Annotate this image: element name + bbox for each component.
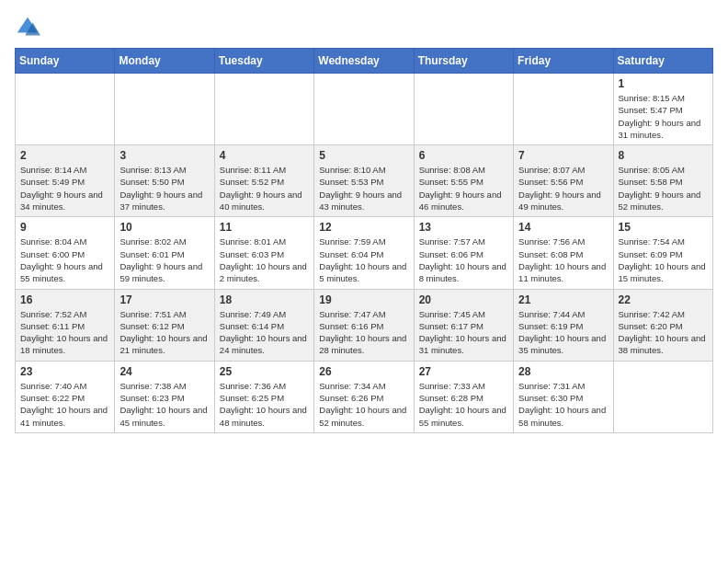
day-info: Sunrise: 7:42 AM Sunset: 6:20 PM Dayligh… [619,308,708,357]
day-number: 1 [619,77,708,90]
day-info: Sunrise: 7:56 AM Sunset: 6:08 PM Dayligh… [518,236,608,284]
logo-icon [15,15,40,40]
day-info: Sunrise: 7:45 AM Sunset: 6:17 PM Dayligh… [419,308,508,357]
day-number: 16 [20,293,109,306]
calendar-cell [314,74,414,145]
calendar-cell: 11Sunrise: 8:01 AM Sunset: 6:03 PM Dayli… [214,217,313,289]
day-number: 2 [20,149,109,162]
day-number: 13 [419,221,508,234]
calendar-cell: 10Sunrise: 8:02 AM Sunset: 6:01 PM Dayli… [115,217,214,289]
calendar-cell: 3Sunrise: 8:13 AM Sunset: 5:50 PM Daylig… [115,145,214,217]
calendar-cell [115,74,214,145]
day-number: 22 [619,293,708,306]
day-number: 24 [119,365,209,378]
day-number: 26 [319,365,408,378]
day-number: 28 [518,365,608,378]
day-info: Sunrise: 7:36 AM Sunset: 6:25 PM Dayligh… [220,380,309,429]
calendar-cell: 18Sunrise: 7:49 AM Sunset: 6:14 PM Dayli… [214,289,313,361]
calendar-cell: 20Sunrise: 7:45 AM Sunset: 6:17 PM Dayli… [414,289,513,361]
calendar-cell: 19Sunrise: 7:47 AM Sunset: 6:16 PM Dayli… [314,289,414,361]
day-number: 5 [319,149,408,162]
calendar-cell: 26Sunrise: 7:34 AM Sunset: 6:26 PM Dayli… [314,361,414,432]
day-number: 8 [619,149,708,162]
weekday-header-row: SundayMondayTuesdayWednesdayThursdayFrid… [16,49,713,74]
day-number: 21 [518,293,608,306]
calendar-cell [16,74,115,145]
week-row-3: 9Sunrise: 8:04 AM Sunset: 6:00 PM Daylig… [16,217,713,289]
weekday-header-wednesday: Wednesday [314,49,414,74]
calendar-cell: 2Sunrise: 8:14 AM Sunset: 5:49 PM Daylig… [16,145,115,217]
day-info: Sunrise: 8:13 AM Sunset: 5:50 PM Dayligh… [119,164,209,213]
weekday-header-saturday: Saturday [613,49,712,74]
week-row-2: 2Sunrise: 8:14 AM Sunset: 5:49 PM Daylig… [16,145,713,217]
calendar-cell [214,74,313,145]
calendar-cell: 15Sunrise: 7:54 AM Sunset: 6:09 PM Dayli… [613,217,712,289]
calendar-cell: 28Sunrise: 7:31 AM Sunset: 6:30 PM Dayli… [514,361,613,432]
week-row-5: 23Sunrise: 7:40 AM Sunset: 6:22 PM Dayli… [16,361,713,432]
day-number: 18 [220,293,309,306]
calendar-table: SundayMondayTuesdayWednesdayThursdayFrid… [15,48,713,433]
calendar-cell: 13Sunrise: 7:57 AM Sunset: 6:06 PM Dayli… [414,217,513,289]
calendar-cell: 7Sunrise: 8:07 AM Sunset: 5:56 PM Daylig… [514,145,613,217]
calendar-cell: 21Sunrise: 7:44 AM Sunset: 6:19 PM Dayli… [514,289,613,361]
calendar-cell: 8Sunrise: 8:05 AM Sunset: 5:58 PM Daylig… [613,145,712,217]
calendar-cell: 9Sunrise: 8:04 AM Sunset: 6:00 PM Daylig… [16,217,115,289]
week-row-1: 1Sunrise: 8:15 AM Sunset: 5:47 PM Daylig… [16,74,713,145]
day-number: 12 [319,221,408,234]
day-number: 3 [119,149,209,162]
day-number: 19 [319,293,408,306]
calendar-cell: 16Sunrise: 7:52 AM Sunset: 6:11 PM Dayli… [16,289,115,361]
weekday-header-thursday: Thursday [414,49,513,74]
day-number: 27 [419,365,508,378]
day-info: Sunrise: 7:31 AM Sunset: 6:30 PM Dayligh… [518,380,608,429]
day-number: 9 [20,221,109,234]
calendar-cell: 5Sunrise: 8:10 AM Sunset: 5:53 PM Daylig… [314,145,414,217]
day-number: 23 [20,365,109,378]
day-info: Sunrise: 7:54 AM Sunset: 6:09 PM Dayligh… [619,236,708,284]
day-number: 17 [119,293,209,306]
day-number: 11 [220,221,309,234]
day-number: 10 [119,221,209,234]
calendar-cell: 1Sunrise: 8:15 AM Sunset: 5:47 PM Daylig… [613,74,712,145]
calendar-cell: 22Sunrise: 7:42 AM Sunset: 6:20 PM Dayli… [613,289,712,361]
calendar-cell: 25Sunrise: 7:36 AM Sunset: 6:25 PM Dayli… [214,361,313,432]
weekday-header-tuesday: Tuesday [214,49,313,74]
day-info: Sunrise: 8:10 AM Sunset: 5:53 PM Dayligh… [319,164,408,213]
day-info: Sunrise: 7:44 AM Sunset: 6:19 PM Dayligh… [518,308,608,357]
calendar-cell: 4Sunrise: 8:11 AM Sunset: 5:52 PM Daylig… [214,145,313,217]
day-info: Sunrise: 8:01 AM Sunset: 6:03 PM Dayligh… [220,236,309,284]
calendar-cell [514,74,613,145]
day-info: Sunrise: 7:40 AM Sunset: 6:22 PM Dayligh… [20,380,109,429]
weekday-header-monday: Monday [115,49,214,74]
day-info: Sunrise: 8:14 AM Sunset: 5:49 PM Dayligh… [20,164,109,213]
weekday-header-sunday: Sunday [16,49,115,74]
day-info: Sunrise: 7:49 AM Sunset: 6:14 PM Dayligh… [220,308,309,357]
day-number: 7 [518,149,608,162]
calendar-cell: 17Sunrise: 7:51 AM Sunset: 6:12 PM Dayli… [115,289,214,361]
calendar-cell: 24Sunrise: 7:38 AM Sunset: 6:23 PM Dayli… [115,361,214,432]
day-number: 14 [518,221,608,234]
weekday-header-friday: Friday [514,49,613,74]
day-info: Sunrise: 7:52 AM Sunset: 6:11 PM Dayligh… [20,308,109,357]
day-number: 6 [419,149,508,162]
day-info: Sunrise: 8:02 AM Sunset: 6:01 PM Dayligh… [119,236,209,284]
day-number: 4 [220,149,309,162]
calendar-cell: 27Sunrise: 7:33 AM Sunset: 6:28 PM Dayli… [414,361,513,432]
day-info: Sunrise: 7:47 AM Sunset: 6:16 PM Dayligh… [319,308,408,357]
day-info: Sunrise: 7:33 AM Sunset: 6:28 PM Dayligh… [419,380,508,429]
calendar-cell: 14Sunrise: 7:56 AM Sunset: 6:08 PM Dayli… [514,217,613,289]
logo [15,15,44,40]
header [15,15,713,40]
day-info: Sunrise: 7:57 AM Sunset: 6:06 PM Dayligh… [419,236,508,284]
day-info: Sunrise: 7:34 AM Sunset: 6:26 PM Dayligh… [319,380,408,429]
day-info: Sunrise: 7:59 AM Sunset: 6:04 PM Dayligh… [319,236,408,284]
day-number: 15 [619,221,708,234]
calendar-cell: 23Sunrise: 7:40 AM Sunset: 6:22 PM Dayli… [16,361,115,432]
day-info: Sunrise: 8:08 AM Sunset: 5:55 PM Dayligh… [419,164,508,213]
day-info: Sunrise: 7:38 AM Sunset: 6:23 PM Dayligh… [119,380,209,429]
week-row-4: 16Sunrise: 7:52 AM Sunset: 6:11 PM Dayli… [16,289,713,361]
calendar-cell: 12Sunrise: 7:59 AM Sunset: 6:04 PM Dayli… [314,217,414,289]
calendar-cell [414,74,513,145]
day-info: Sunrise: 8:04 AM Sunset: 6:00 PM Dayligh… [20,236,109,284]
day-number: 25 [220,365,309,378]
